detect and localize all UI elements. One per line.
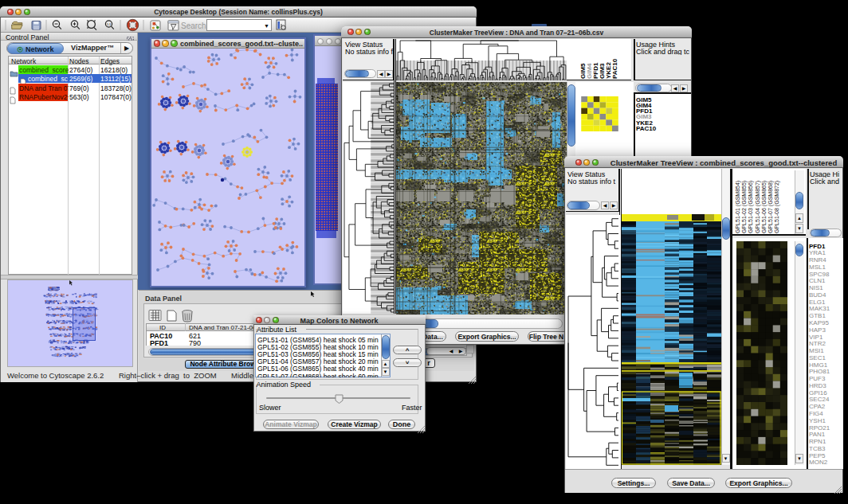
svg-text:1:1: 1:1 <box>107 22 112 26</box>
